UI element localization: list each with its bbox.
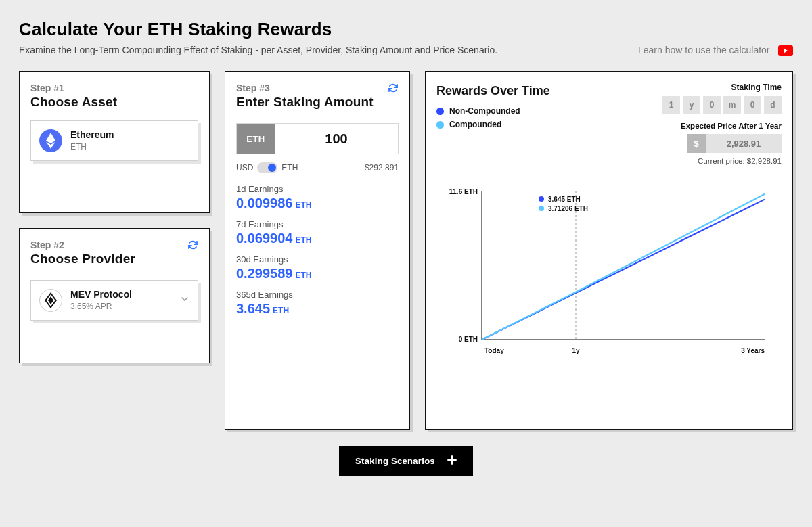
time-days-unit: d <box>764 96 782 114</box>
card-enter-amount: Step #3 Enter Staking Amount ETH 100 USD <box>225 71 410 430</box>
earnings-value: 0.009986ETH <box>236 196 399 211</box>
svg-text:11.6 ETH: 11.6 ETH <box>449 188 478 196</box>
earnings-value: 0.299589ETH <box>236 266 399 281</box>
amount-unit-label: ETH <box>237 124 275 154</box>
time-days-value[interactable]: 0 <box>744 96 761 114</box>
youtube-icon[interactable] <box>778 45 793 56</box>
eth-label: ETH <box>281 163 298 173</box>
learn-link[interactable]: Learn how to use the calculator <box>638 45 770 55</box>
svg-text:3 Years: 3 Years <box>741 347 765 354</box>
refresh-icon[interactable] <box>187 239 198 252</box>
page-subtitle: Examine the Long-Term Compounding Effect… <box>19 45 497 55</box>
rewards-line-chart: 11.6 ETH 0 ETH Today 1y 3 Years 3.645 ET… <box>436 170 782 373</box>
amount-input[interactable]: ETH 100 <box>236 123 399 154</box>
asset-selector[interactable]: Ethereum ETH <box>30 120 198 161</box>
learn-link-wrap: Learn how to use the calculator <box>638 44 793 56</box>
step3-title: Enter Staking Amount <box>236 95 374 110</box>
earnings-label: 1d Earnings <box>236 184 399 194</box>
staking-time-input[interactable]: 1 y 0 m 0 d <box>662 96 782 114</box>
staking-scenarios-label: Staking Scenarios <box>355 456 435 466</box>
svg-point-10 <box>539 206 544 211</box>
svg-point-8 <box>539 196 544 202</box>
page-title: Calculate Your ETH Staking Rewards <box>19 19 793 40</box>
usd-label: USD <box>236 163 253 173</box>
legend-dot-icon <box>436 108 444 115</box>
step2-label: Step #2 <box>30 239 135 250</box>
earnings-unit: ETH <box>295 200 311 210</box>
earnings-list: 1d Earnings0.009986ETH7d Earnings0.06990… <box>236 184 399 317</box>
time-years-value[interactable]: 1 <box>662 96 680 114</box>
legend-compounded: Compounded <box>436 120 550 129</box>
step1-title: Choose Asset <box>30 95 198 110</box>
svg-text:3.645 ETH: 3.645 ETH <box>548 196 581 203</box>
earnings-unit: ETH <box>295 271 311 280</box>
expected-price-input[interactable]: 2,928.91 <box>706 134 782 153</box>
earnings-value: 3.645ETH <box>236 301 399 317</box>
staking-scenarios-button[interactable]: Staking Scenarios <box>339 446 473 476</box>
amount-usd: $292,891 <box>365 163 399 173</box>
asset-name: Ethereum <box>70 130 114 140</box>
time-months-unit: m <box>723 96 741 114</box>
svg-text:1y: 1y <box>572 347 580 354</box>
svg-text:Today: Today <box>484 347 504 354</box>
card-choose-provider: Step #2 Choose Provider MEV Protocol 3.6… <box>19 228 210 363</box>
earnings-label: 365d Earnings <box>236 290 399 300</box>
legend-dot-icon <box>436 121 444 129</box>
svg-text:3.71206 ETH: 3.71206 ETH <box>548 205 588 212</box>
chart-title: Rewards Over Time <box>436 84 550 98</box>
legend-non-compounded: Non-Compounded <box>436 106 550 116</box>
expected-price-label: Expected Price After 1 Year <box>662 122 782 130</box>
staking-time-label: Staking Time <box>662 83 782 92</box>
chevron-down-icon <box>180 294 189 306</box>
earnings-unit: ETH <box>295 235 311 245</box>
step2-title: Choose Provider <box>30 252 135 267</box>
mev-protocol-icon <box>39 289 62 312</box>
card-choose-asset: Step #1 Choose Asset Ethereum ETH <box>19 71 210 213</box>
time-years-unit: y <box>683 96 700 114</box>
step3-label: Step #3 <box>236 83 374 93</box>
time-months-value[interactable]: 0 <box>703 96 721 114</box>
current-price-label: Current price: $2,928.91 <box>662 157 782 165</box>
card-rewards-chart: Rewards Over Time Non-Compounded Compoun… <box>425 71 793 430</box>
svg-text:0 ETH: 0 ETH <box>459 336 478 343</box>
currency-toggle[interactable]: USD ETH <box>236 162 298 173</box>
amount-value[interactable]: 100 <box>275 124 398 154</box>
provider-selector[interactable]: MEV Protocol 3.65% APR <box>30 280 198 321</box>
ethereum-icon <box>39 129 62 152</box>
earnings-label: 30d Earnings <box>236 254 399 265</box>
asset-symbol: ETH <box>70 142 114 152</box>
plus-icon <box>447 455 457 467</box>
earnings-value: 0.069904ETH <box>236 231 399 246</box>
toggle-switch[interactable] <box>257 162 277 173</box>
provider-name: MEV Protocol <box>70 290 132 300</box>
earnings-unit: ETH <box>273 306 289 315</box>
provider-apr: 3.65% APR <box>70 302 132 311</box>
currency-symbol: $ <box>687 134 706 153</box>
step1-label: Step #1 <box>30 83 198 93</box>
earnings-label: 7d Earnings <box>236 219 399 229</box>
refresh-icon[interactable] <box>388 83 399 95</box>
